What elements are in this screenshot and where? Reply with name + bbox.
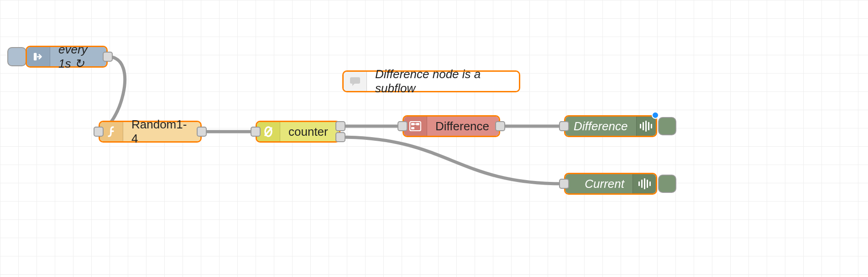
counter-output-port-2[interactable] [335,132,345,142]
debug-current-toggle-button[interactable] [658,175,676,193]
svg-rect-0 [34,53,37,61]
svg-rect-4 [411,123,414,125]
svg-rect-3 [410,122,421,131]
debug-node-difference[interactable]: Difference [564,115,657,137]
inject-node[interactable]: every 1s ↻ [26,46,108,68]
counter-input-port[interactable] [251,127,261,137]
counter-node[interactable]: counter [256,121,340,143]
inject-node-label: every 1s ↻ [50,47,106,66]
arrow-into-icon [33,52,43,62]
bars-icon [640,121,652,132]
subflow-boxes-icon [409,121,421,131]
debug-current-input-port[interactable] [559,179,569,189]
function-input-port[interactable] [94,127,104,137]
speech-bubble-icon [350,76,361,86]
function-node-label: Random1-4 [123,122,200,141]
comment-node[interactable]: Difference node is a subflow [342,70,520,92]
subflow-node-difference[interactable]: Difference [403,115,500,137]
zero-slash-icon [263,125,274,138]
debug-difference-input-port[interactable] [559,121,569,131]
function-output-port[interactable] [197,127,207,137]
comment-node-label: Difference node is a subflow [367,72,519,91]
counter-output-port-1[interactable] [335,121,345,131]
svg-rect-6 [411,127,414,129]
function-node-random[interactable]: Random1-4 [99,121,202,143]
comment-icon [344,72,367,91]
inject-icon [27,47,50,66]
debug-node-current-label: Current [565,174,633,193]
debug-difference-status-dot [652,112,659,119]
counter-node-label: counter [280,122,339,141]
bars-icon [638,178,651,189]
inject-trigger-button[interactable] [7,47,26,66]
debug-difference-toggle-button[interactable] [658,117,676,135]
debug-icon [636,117,656,136]
subflow-node-label: Difference [427,117,499,136]
inject-output-port[interactable] [103,52,113,62]
function-f-icon [106,125,116,138]
debug-node-difference-label: Difference [565,117,636,136]
subflow-input-port[interactable] [397,121,408,131]
flow-canvas[interactable]: every 1s ↻ Random1-4 counter [0,0,868,277]
subflow-output-port[interactable] [495,121,505,131]
svg-rect-5 [416,123,419,125]
debug-icon [633,174,656,193]
debug-node-current[interactable]: Current [564,173,657,195]
